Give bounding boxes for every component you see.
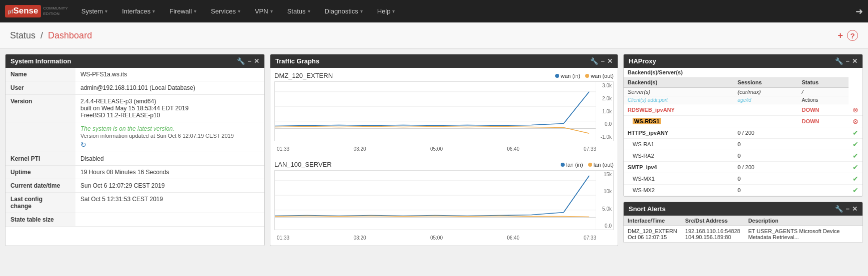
haproxy-server-label: Server(s) [624, 88, 734, 96]
table-row: User admin@192.168.110.101 (Local Databa… [5, 81, 264, 95]
nav-system[interactable]: System ▾ [75, 0, 113, 22]
haproxy-wsra1-icon: ✔ [849, 138, 863, 150]
sys-kernel-value: Disabled [75, 152, 264, 166]
haproxy-table: Backend(s)/Server(s) Backend(s) Sessions… [624, 68, 863, 196]
nav-diagnostics-arrow: ▾ [360, 0, 363, 22]
haproxy-close-icon[interactable]: ✕ [852, 57, 858, 65]
haproxy-col-sessions: Sessions [734, 77, 798, 88]
system-info-table: Name WS-PFS1a.ws.its User admin@192.168.… [5, 68, 264, 227]
haproxy-rdsweb-status: DOWN [798, 104, 849, 116]
nav-services-arrow: ▾ [238, 0, 240, 22]
haproxy-client-sessions: age/id [734, 96, 798, 104]
table-row: Version 2.4.4-RELEASE-p3 (amd64) built o… [5, 95, 264, 122]
snort-table: Interface/Time Src/Dst Address Descripti… [624, 216, 863, 243]
haproxy-col-backends: Backend(s) [624, 77, 734, 88]
table-row: Current date/time Sun Oct 6 12:07:29 CES… [5, 179, 264, 193]
sys-version-label: Version [5, 95, 75, 122]
haproxy-wsmx1-name: WS-MX1 [624, 173, 734, 184]
sys-datetime-label: Current date/time [5, 179, 75, 193]
haproxy-actions: 🔧 − ✕ [835, 57, 858, 65]
haproxy-minimize-icon[interactable]: − [846, 57, 850, 65]
system-info-wrench-icon[interactable]: 🔧 [237, 57, 245, 65]
nav-help[interactable]: Help ▾ [371, 0, 401, 22]
lan-legend: lan (in) lan (out) [561, 162, 614, 168]
system-info-minimize-icon[interactable]: − [247, 57, 251, 65]
nav-firewall[interactable]: Firewall ▾ [163, 0, 202, 22]
lan-y-axis: 15k 10k 5.0k 0.0 [596, 171, 613, 230]
brand-logo: pfSense COMMUNITYEDITION [5, 5, 68, 17]
add-widget-button[interactable]: + [838, 30, 843, 41]
page-header: Status / Dashboard + ? [0, 22, 868, 49]
haproxy-wsmx2-sessions: 0 [734, 184, 798, 196]
sys-datetime-value: Sun Oct 6 12:07:29 CEST 2019 [75, 179, 264, 193]
nav-diagnostics[interactable]: Diagnostics ▾ [319, 0, 369, 22]
haproxy-title: HAProxy [629, 57, 835, 65]
haproxy-smtp-status [798, 161, 849, 173]
haproxy-smtp-name: SMTP_ipv4 [624, 161, 734, 173]
snort-interface-time: DMZ_120_EXTERN Oct 06 12:07:15 [624, 226, 681, 242]
traffic-graph-lan: LAN_100_SERVER lan (in) lan (out) [270, 157, 618, 246]
nav-interfaces[interactable]: Interfaces ▾ [116, 0, 161, 22]
system-info-close-icon[interactable]: ✕ [254, 57, 259, 65]
haproxy-backend-row: WS-RA2 0 ✔ [624, 150, 863, 161]
haproxy-https-icon: ✔ [849, 127, 863, 138]
haproxy-server-status: / [798, 88, 849, 96]
haproxy-client-row: Client(s) addr:port age/id Actions [624, 96, 863, 104]
dmz-legend-in-label: wan (in) [561, 73, 580, 79]
traffic-graph-dmz: DMZ_120_EXTERN wan (in) wan (out) [270, 68, 618, 157]
traffic-wrench-icon[interactable]: 🔧 [590, 57, 598, 65]
haproxy-wsmx2-name: WS-MX2 [624, 184, 734, 196]
right-column: HAProxy 🔧 − ✕ Backend(s)/Server(s) Backe… [623, 54, 863, 246]
nav-help-arrow: ▾ [392, 0, 395, 22]
lan-legend-in: lan (in) [561, 162, 583, 168]
haproxy-https-status [798, 127, 849, 138]
system-info-panel: System Information 🔧 − ✕ Name WS-PFS1a.w… [5, 54, 265, 246]
haproxy-section-row: Backend(s)/Server(s) [624, 68, 863, 77]
dmz-legend-out: wan (out) [585, 73, 614, 79]
haproxy-smtp-sessions: 0 / 200 [734, 161, 798, 173]
snort-header: Snort Alerts 🔧 − ✕ [624, 202, 863, 216]
breadcrumb: Status / Dashboard [10, 30, 92, 41]
haproxy-rdsweb-sessions [734, 104, 798, 116]
table-row: Name WS-PFS1a.ws.its [5, 68, 264, 81]
haproxy-wsra1-name: WS-RA1 [624, 138, 734, 150]
snort-src-dst: 192.168.110.16:54828 104.90.156.189:80 [681, 226, 744, 242]
haproxy-wsra2-status [798, 150, 849, 161]
header-actions: + ? [838, 30, 858, 41]
refresh-icon[interactable]: ↻ [80, 141, 259, 149]
haproxy-backend-row: WS-MX1 0 ✔ [624, 173, 863, 184]
sys-name-label: Name [5, 68, 75, 81]
help-button[interactable]: ? [847, 30, 858, 41]
system-info-title: System Information [10, 57, 237, 65]
traffic-minimize-icon[interactable]: − [601, 57, 605, 65]
haproxy-wsra1-status [798, 138, 849, 150]
haproxy-section-label: Backend(s)/Server(s) [624, 68, 849, 77]
haproxy-wsra2-icon: ✔ [849, 150, 863, 161]
nav-status[interactable]: Status ▾ [281, 0, 316, 22]
haproxy-wrench-icon[interactable]: 🔧 [835, 57, 843, 65]
haproxy-header: HAProxy 🔧 − ✕ [624, 54, 863, 68]
system-info-header: System Information 🔧 − ✕ [5, 54, 264, 68]
lan-legend-out-label: lan (out) [594, 162, 614, 168]
dashboard: System Information 🔧 − ✕ Name WS-PFS1a.w… [0, 49, 868, 251]
logout-icon[interactable]: ➜ [856, 6, 863, 16]
breadcrumb-parent: Status [10, 30, 35, 40]
dmz-legend-out-label: wan (out) [591, 73, 614, 79]
traffic-close-icon[interactable]: ✕ [607, 57, 613, 65]
sys-user-label: User [5, 81, 75, 95]
snort-wrench-icon[interactable]: 🔧 [835, 205, 843, 213]
dmz-legend-in: wan (in) [555, 73, 580, 79]
lan-legend-in-dot [561, 163, 565, 167]
snort-close-icon[interactable]: ✕ [852, 205, 858, 213]
nav-services[interactable]: Services ▾ [205, 0, 246, 22]
lan-graph-title: LAN_100_SERVER [274, 161, 332, 168]
haproxy-rdsweb-name: RDSWEB_ipvANY [624, 104, 734, 116]
nav-vpn[interactable]: VPN ▾ [249, 0, 279, 22]
sys-name-value: WS-PFS1a.ws.its [75, 68, 264, 81]
haproxy-wsmx1-status [798, 173, 849, 184]
dmz-title-row: DMZ_120_EXTERN wan (in) wan (out) [274, 72, 614, 79]
haproxy-wsrds1-sessions [734, 115, 798, 127]
navbar: pfSense COMMUNITYEDITION System ▾ Interf… [0, 0, 868, 22]
snort-minimize-icon[interactable]: − [846, 205, 850, 213]
haproxy-backend-row: WS-MX2 0 ✔ [624, 184, 863, 196]
